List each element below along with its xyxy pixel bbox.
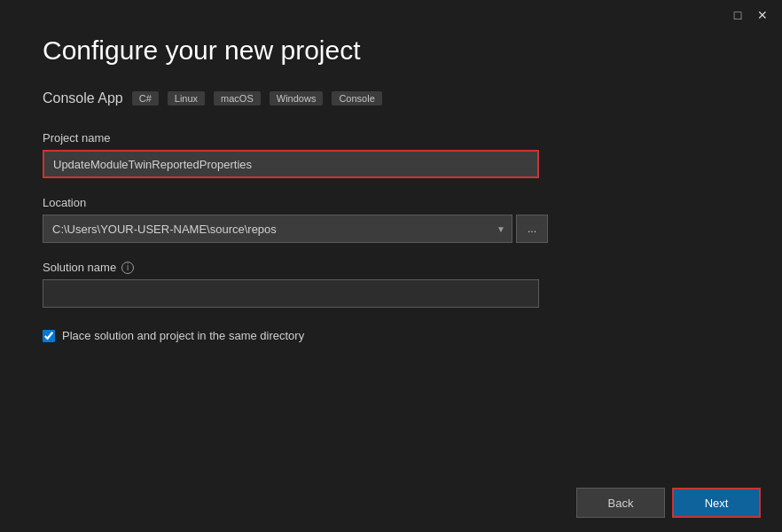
solution-name-info-icon[interactable]: i	[121, 262, 134, 274]
footer: Back Next	[0, 473, 782, 532]
minimize-button[interactable]: □	[725, 5, 750, 25]
app-type-row: Console App C# Linux macOS Windows Conso…	[43, 90, 739, 106]
solution-name-label: Solution name i	[43, 261, 739, 274]
location-label: Location	[43, 196, 739, 209]
tag-macos: macOS	[214, 91, 261, 106]
location-select-wrapper: C:\Users\YOUR-USER-NAME\source\repos ▼	[43, 215, 512, 243]
solution-name-group: Solution name i	[43, 261, 739, 308]
main-container: Configure your new project Console App C…	[0, 0, 782, 532]
project-name-label: Project name	[43, 131, 739, 145]
tag-csharp: C#	[132, 91, 159, 106]
app-type-name: Console App	[43, 90, 123, 106]
location-select[interactable]: C:\Users\YOUR-USER-NAME\source\repos	[43, 215, 512, 243]
next-button[interactable]: Next	[672, 488, 761, 518]
title-bar: □ ✕	[718, 0, 782, 30]
location-row: C:\Users\YOUR-USER-NAME\source\repos ▼ .…	[43, 215, 739, 243]
back-button[interactable]: Back	[576, 488, 665, 518]
project-name-group: Project name	[43, 131, 739, 178]
tag-console: Console	[332, 91, 381, 106]
location-browse-button[interactable]: ...	[516, 215, 548, 243]
close-button[interactable]: ✕	[750, 5, 775, 25]
project-name-input[interactable]	[43, 150, 539, 178]
solution-name-input[interactable]	[43, 279, 539, 308]
page-title: Configure your new project	[43, 35, 739, 66]
tag-windows: Windows	[270, 91, 324, 106]
tag-linux: Linux	[168, 91, 205, 106]
same-directory-label: Place solution and project in the same d…	[62, 329, 304, 342]
location-group: Location C:\Users\YOUR-USER-NAME\source\…	[43, 196, 739, 243]
same-directory-row: Place solution and project in the same d…	[43, 329, 739, 342]
same-directory-checkbox[interactable]	[43, 330, 55, 342]
